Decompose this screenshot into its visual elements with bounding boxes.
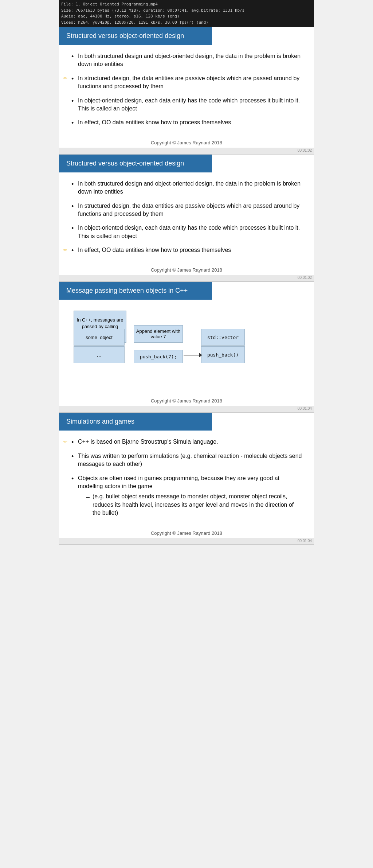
diagram-pushback-method: push_back()	[201, 346, 245, 363]
slide-4-bullets: ✏ C++ is based on Bjarne Stroustrup's Si…	[70, 438, 303, 517]
slide-2: Structured versus object-oriented design…	[59, 155, 314, 282]
slide-2-header: Structured versus object-oriented design	[59, 155, 212, 172]
slide-2-number: 00:01:02	[59, 275, 314, 281]
slide-3: Message passing between objects in C++ I…	[59, 282, 314, 413]
pencil-icon-4: ✏	[63, 439, 67, 445]
slide-1-bullet-0: In both structured design and object-ori…	[70, 52, 303, 69]
slide-2-bullet-2: In object-oriented design, each data ent…	[70, 224, 303, 240]
diagram-vector-box: std::vector	[201, 329, 245, 346]
slide-1-bullet-3: In effect, OO data entities know how to …	[70, 118, 303, 126]
slide-3-diagram-area: In C++, messages are passed by calling m…	[59, 300, 314, 394]
pencil-icon-1: ✏	[63, 75, 67, 82]
slide-4-subbullets: (e.g. bullet object sends message to mon…	[78, 493, 303, 517]
page-container: File: 1. Object Oriented Programming.mp4…	[59, 0, 314, 545]
slide-2-bullet-1: In structured design, the data entities …	[70, 202, 303, 218]
file-info-line1: File: 1. Object Oriented Programming.mp4	[61, 1, 312, 8]
slide-1-header: Structured versus object-oriented design	[59, 27, 212, 45]
diagram-arrow	[184, 355, 202, 355]
slide-3-header: Message passing between objects in C++	[59, 282, 212, 300]
file-info-bar: File: 1. Object Oriented Programming.mp4…	[59, 0, 314, 27]
slide-3-number: 00:01:04	[59, 406, 314, 412]
slide-4: Simulations and games ✏ C++ is based on …	[59, 413, 314, 545]
diagram-dots: ...	[74, 346, 125, 363]
slide-1-bullets: In both structured design and object-ori…	[70, 52, 303, 127]
file-info-line2: Size: 76671633 bytes (73.12 MiB), durati…	[61, 8, 312, 14]
slide-1-bullet-2: In object-oriented design, each data ent…	[70, 97, 303, 113]
diagram-some-object: some_object	[74, 329, 125, 346]
slide-4-content: ✏ C++ is based on Bjarne Stroustrup's Si…	[59, 431, 314, 526]
slide-1-content: In both structured design and object-ori…	[59, 45, 314, 136]
slide-1: Structured versus object-oriented design…	[59, 27, 314, 155]
slide-2-content: In both structured design and object-ori…	[59, 172, 314, 264]
pencil-icon-2: ✏	[63, 247, 67, 253]
slide-4-header: Simulations and games	[59, 413, 212, 431]
slide-4-bullet-0: ✏ C++ is based on Bjarne Stroustrup's Si…	[70, 438, 303, 446]
slide-4-sub-0: (e.g. bullet object sends message to mon…	[78, 493, 303, 517]
slide-2-bullets: In both structured design and object-ori…	[70, 180, 303, 254]
slide-2-bullet-0: In both structured design and object-ori…	[70, 180, 303, 196]
slide-1-copyright: Copyright © James Raynard 2018	[59, 136, 314, 148]
slide-4-bullet-2: Objects are often used in games programm…	[70, 474, 303, 517]
slide-4-bullet-1: This was written to perform simulations …	[70, 452, 303, 468]
slide-4-number: 00:01:04	[59, 538, 314, 544]
slide-2-copyright: Copyright © James Raynard 2018	[59, 264, 314, 275]
file-info-line3: Audio: aac, 44100 Hz, stereo, s16, 128 k…	[61, 13, 312, 20]
diagram-container: In C++, messages are passed by calling m…	[70, 307, 274, 387]
slide-4-copyright: Copyright © James Raynard 2018	[59, 527, 314, 538]
file-info-line4: Video: h264, yuv420p, 1280x720, 1191 kb/…	[61, 20, 312, 26]
slide-3-copyright: Copyright © James Raynard 2018	[59, 394, 314, 406]
slide-1-number: 00:01:02	[59, 148, 314, 154]
diagram-pushback-call: push_back(7);	[134, 350, 183, 363]
slide-1-bullet-1: ✏ In structured design, the data entitie…	[70, 74, 303, 91]
slide-2-bullet-3: ✏ In effect, OO data entities know how t…	[70, 246, 303, 254]
diagram-append-box: Append element with value 7	[134, 325, 183, 343]
